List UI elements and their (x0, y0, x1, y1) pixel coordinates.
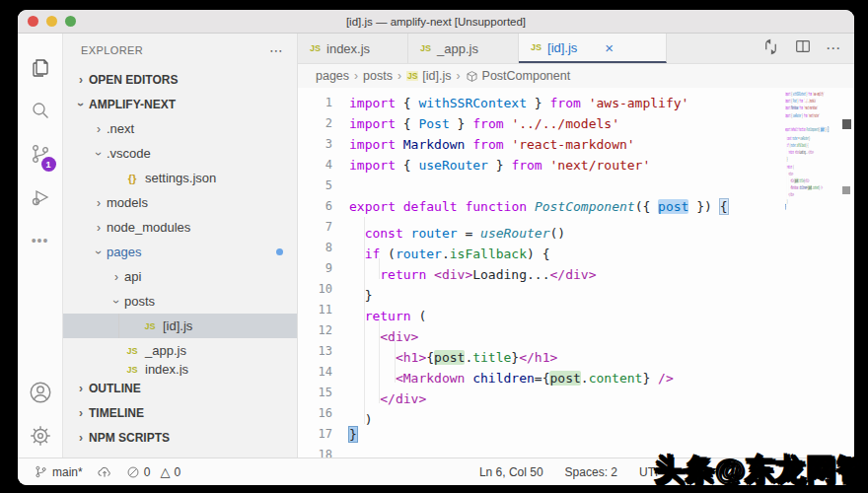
breadcrumb-label: pages (316, 69, 349, 83)
section-outline[interactable]: ›OUTLINE (63, 376, 297, 400)
tree-item-label: settings.json (145, 171, 216, 185)
code-line-5[interactable]: 5 (298, 176, 854, 196)
git-branch-item[interactable]: main* (34, 464, 83, 479)
line-number: 10 (298, 279, 349, 300)
symbol-cube-icon (466, 70, 478, 83)
line-number: 13 (298, 341, 349, 362)
tree-item-index-js[interactable]: JSindex.js (63, 363, 297, 376)
code-line-12[interactable]: 12<div> (298, 320, 854, 341)
code-line-16[interactable]: 16) (298, 403, 854, 424)
overview-ruler-mark (842, 119, 851, 129)
tree-item-api[interactable]: ›api (63, 264, 297, 289)
explorer-actions-icon[interactable]: ⋯ (269, 42, 283, 58)
code-line-12: <div> (785, 169, 838, 176)
breadcrumb-item-id-js[interactable]: JS[id].js (406, 69, 452, 83)
tab-label: [id].js (547, 40, 577, 55)
watermark: 头条@东龙网智 (655, 451, 868, 491)
code-line-5 (785, 119, 838, 126)
breadcrumb-separator: › (398, 69, 401, 83)
breadcrumb-item-pages[interactable]: pages (316, 69, 349, 83)
errors-item[interactable]: 0 △ 0 (126, 464, 181, 479)
line-number: 2 (298, 113, 349, 134)
editor-group: JSindex.jsJS_app.jsJS[id].js× ⋯ pages›po… (298, 34, 854, 458)
search-icon[interactable] (24, 89, 57, 132)
code-line-6[interactable]: 6export default function PostComponent({… (298, 196, 854, 217)
code-line-9[interactable]: 9return <div>Loading...</div> (298, 258, 854, 279)
section-npm-scripts[interactable]: ›NPM SCRIPTS (63, 425, 297, 450)
tree-item-label: .next (107, 121, 134, 136)
tree-item-id-js[interactable]: JS[id].js (63, 314, 297, 338)
code-editor[interactable]: 1import { withSSRContext } from 'aws-amp… (298, 88, 854, 458)
explorer-icon[interactable] (24, 45, 57, 89)
chevron-right-icon: › (91, 221, 107, 235)
code-line-2[interactable]: 2import { Post } from '../../models' (298, 113, 854, 134)
tree-item-node-modules[interactable]: ›node_modules (63, 215, 297, 240)
chevron-right-icon: › (73, 406, 89, 420)
tree-item-label: [id].js (163, 318, 192, 333)
settings-gear-icon[interactable] (24, 414, 57, 458)
chevron-right-icon: › (91, 122, 107, 136)
source-control-badge: 1 (41, 157, 56, 172)
chevron-down-icon: › (92, 245, 106, 260)
tree-item-app-js[interactable]: JS_app.js (63, 338, 297, 363)
code-line-11[interactable]: 11return ( (298, 300, 854, 320)
account-icon[interactable] (24, 371, 57, 414)
code-line-11: return ( (785, 161, 838, 168)
code-line-17[interactable]: 17} (298, 424, 854, 445)
code-line-1[interactable]: 1import { withSSRContext } from 'aws-amp… (298, 93, 854, 113)
code-line-7: const router = useRouter() (785, 133, 838, 140)
js-file-icon: JS (406, 71, 418, 81)
minimap[interactable]: import { withSSRContext } from 'aws-ampl… (785, 91, 838, 239)
tab-bar: JSindex.jsJS_app.jsJS[id].js× ⋯ (298, 34, 854, 64)
code-line-13[interactable]: 13<h1>{post.title}</h1> (298, 341, 854, 362)
code-line-10[interactable]: 10} (298, 279, 854, 300)
code-line-4[interactable]: 4import { useRouter } from 'next/router' (298, 155, 854, 176)
compare-changes-icon[interactable] (761, 37, 780, 60)
tree-item-posts[interactable]: ›posts (63, 289, 297, 314)
line-number: 14 (298, 362, 349, 383)
code-line-15[interactable]: 15</div> (298, 383, 854, 403)
source-control-icon[interactable]: 1 (24, 132, 57, 176)
breadcrumb-item-posts[interactable]: posts (363, 69, 393, 83)
section-open-editors[interactable]: ›OPEN EDITORS (63, 67, 297, 92)
tab-id-js[interactable]: JS[id].js× (519, 34, 667, 63)
js-file-icon: JS (420, 43, 431, 53)
split-editor-icon[interactable] (794, 37, 812, 59)
status-ln-6-col-50[interactable]: Ln 6, Col 50 (479, 465, 543, 479)
tree-item-models[interactable]: ›models (63, 190, 297, 215)
js-file-icon: JS (310, 43, 321, 53)
tree-item-pages[interactable]: ›pages (63, 240, 297, 264)
section-timeline[interactable]: ›TIMELINE (63, 400, 297, 425)
code-line-14[interactable]: 14<Markdown children={post.content} /> (298, 362, 854, 383)
tree-item-vscode[interactable]: ›.vscode (63, 141, 297, 166)
code-line-10: } (785, 154, 838, 161)
line-number: 12 (298, 320, 349, 341)
status-spaces[interactable]: Spaces: 2 (565, 465, 617, 479)
breadcrumb-item-postcomponent[interactable]: PostComponent (466, 69, 571, 83)
js-file-icon: JS (124, 365, 140, 375)
code-line-18 (785, 210, 838, 217)
chevron-right-icon: › (91, 196, 107, 210)
file-tree: ›OPEN EDITORS›AMPLIFY-NEXT›.next›.vscode… (63, 67, 297, 450)
sync-changes-item[interactable] (97, 464, 112, 480)
close-tab-icon[interactable]: × (605, 39, 614, 56)
tree-item-label: index.js (145, 363, 188, 376)
code-line-7[interactable]: 7const router = useRouter() (298, 217, 854, 238)
tree-item-next[interactable]: ›.next (63, 116, 297, 141)
tab-index-js[interactable]: JSindex.js (298, 34, 408, 63)
tree-item-label: OPEN EDITORS (89, 73, 178, 87)
editor-more-actions-icon[interactable]: ⋯ (826, 39, 840, 57)
tree-item-label: node_modules (107, 220, 190, 235)
tree-item-label: .vscode (107, 146, 151, 161)
code-line-3[interactable]: 3import Markdown from 'react-markdown' (298, 134, 854, 155)
section-amplify-next[interactable]: ›AMPLIFY-NEXT (63, 92, 297, 116)
code-line-8[interactable]: 8if (router.isFallback) { (298, 238, 854, 258)
breadcrumb-label: PostComponent (482, 69, 571, 83)
chevron-down-icon: › (92, 146, 106, 162)
run-debug-icon[interactable] (24, 176, 57, 219)
chevron-right-icon: › (73, 73, 89, 87)
tree-item-settings-json[interactable]: {}settings.json (63, 166, 297, 190)
more-views-icon[interactable]: ••• (24, 219, 57, 262)
tab-app-js[interactable]: JS_app.js (408, 34, 519, 63)
js-file-icon: JS (124, 346, 140, 356)
